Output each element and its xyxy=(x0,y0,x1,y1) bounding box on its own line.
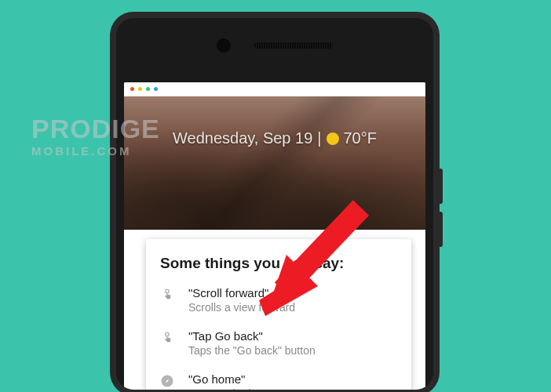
date-weather-widget[interactable]: Wednesday, Sep 19 | 70°F xyxy=(124,129,425,147)
command-title: "Go home" xyxy=(188,372,397,386)
card-title: Some things you can say: xyxy=(160,255,397,272)
phone-frame: Wednesday, Sep 19 | 70°F Some things you… xyxy=(110,12,440,392)
command-desc: Scrolls a view forward xyxy=(188,301,397,314)
separator: | xyxy=(317,129,321,147)
volume-up-button[interactable] xyxy=(439,169,443,204)
minimize-dot-icon xyxy=(138,87,142,91)
extra-dot-icon xyxy=(154,87,158,91)
tap-icon xyxy=(160,331,174,345)
phone-top-hardware xyxy=(116,18,433,73)
front-camera xyxy=(217,38,231,53)
home-wallpaper: Wednesday, Sep 19 | 70°F xyxy=(124,96,425,230)
command-row[interactable]: "Scroll forward"Scrolls a view forward xyxy=(160,286,397,314)
command-row[interactable]: "Go home"Goes to the home screen xyxy=(160,372,397,390)
sun-icon xyxy=(327,132,339,145)
command-title: "Scroll forward" xyxy=(188,286,397,299)
command-text: "Scroll forward"Scrolls a view forward xyxy=(188,286,397,314)
window-traffic-lights xyxy=(124,82,425,96)
maximize-dot-icon xyxy=(146,87,150,91)
close-dot-icon xyxy=(130,87,134,91)
tap-icon xyxy=(160,288,174,302)
command-row[interactable]: "Tap Go back"Taps the "Go back" button xyxy=(160,329,397,357)
command-title: "Tap Go back" xyxy=(188,329,397,343)
command-desc: Taps the "Go back" button xyxy=(188,344,397,357)
temperature-text: 70°F xyxy=(344,129,377,147)
earpiece-speaker xyxy=(254,42,333,49)
voice-suggestions-card: Some things you can say: "Scroll forward… xyxy=(146,239,411,390)
volume-down-button[interactable] xyxy=(439,212,443,247)
date-text: Wednesday, Sep 19 xyxy=(173,129,312,147)
command-text: "Tap Go back"Taps the "Go back" button xyxy=(188,329,397,357)
compass-icon xyxy=(160,374,174,388)
phone-screen: Wednesday, Sep 19 | 70°F Some things you… xyxy=(124,82,425,390)
phone-bezel: Wednesday, Sep 19 | 70°F Some things you… xyxy=(116,18,433,390)
command-desc: Goes to the home screen xyxy=(188,387,397,390)
command-text: "Go home"Goes to the home screen xyxy=(188,372,397,390)
